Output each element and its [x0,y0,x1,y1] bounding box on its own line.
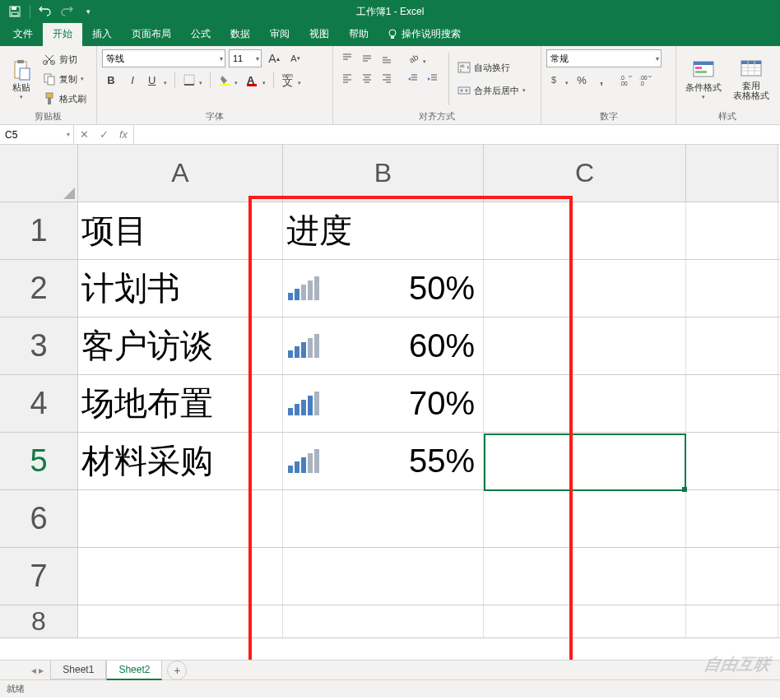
align-center-button[interactable] [358,69,376,87]
insert-function-button[interactable]: fx [114,128,133,141]
tab-home[interactable]: 开始 [43,22,82,46]
cell-C7[interactable] [484,548,686,605]
cancel-formula-button[interactable]: ✕ [74,128,94,141]
cell-C3[interactable] [484,318,686,374]
decrease-decimal-button[interactable]: .00.0 [637,71,655,89]
cell-D8[interactable] [686,605,778,637]
tab-help[interactable]: 帮助 [339,22,378,46]
wrap-text-button[interactable]: abc 自动换行 [456,58,527,76]
cell-B2[interactable]: 50% [283,260,484,317]
accounting-format-button[interactable]: $▾ [546,71,571,89]
row-header-1[interactable]: 1 [0,202,78,259]
increase-font-button[interactable]: A▴ [265,49,283,67]
row-header-5[interactable]: 5 [0,433,78,489]
enter-formula-button[interactable]: ✓ [94,128,114,141]
cell-C1[interactable] [484,202,686,259]
cell-B6[interactable] [283,490,484,547]
cell-C6[interactable] [484,490,686,547]
increase-indent-button[interactable] [424,69,442,87]
increase-decimal-button[interactable]: .0.00 [617,71,635,89]
decrease-font-button[interactable]: A▾ [286,49,304,67]
font-name-combo[interactable]: 等线▾ [102,49,225,67]
cell-A4[interactable]: 场地布置 [78,375,283,432]
cell-A8[interactable] [78,605,283,637]
cell-D2[interactable] [686,260,778,317]
font-color-button[interactable]: A ▾ [244,71,268,89]
align-top-button[interactable] [338,49,356,67]
cell-B3[interactable]: 60% [283,318,484,374]
cell-A6[interactable] [78,490,283,547]
cell-B1[interactable]: 进度 [283,202,484,259]
font-size-combo[interactable]: 11▾ [229,49,262,67]
cell-D7[interactable] [686,548,778,605]
cell-D3[interactable] [686,318,778,374]
column-header-A[interactable]: A [78,145,283,202]
select-all-button[interactable] [0,145,78,202]
italic-button[interactable]: I [123,71,142,89]
formula-input[interactable] [134,125,780,144]
cell-D5[interactable] [686,433,778,489]
cell-B5[interactable]: 55% [283,433,484,489]
conditional-format-button[interactable]: 条件格式 ▾ [681,49,726,109]
borders-button[interactable]: ▾ [180,71,205,89]
cell-B7[interactable] [283,548,484,605]
sheet-tab-2[interactable]: Sheet2 [106,661,162,680]
row-header-6[interactable]: 6 [0,490,78,547]
tab-page-layout[interactable]: 页面布局 [122,22,181,46]
tab-review[interactable]: 审阅 [260,22,299,46]
tab-view[interactable]: 视图 [299,22,339,46]
align-right-button[interactable] [378,69,396,87]
bold-button[interactable]: B [102,71,120,89]
column-header-C[interactable]: C [484,145,686,202]
cell-D6[interactable] [686,490,778,547]
qat-customize[interactable]: ▾ [80,3,96,20]
orientation-button[interactable]: ab▾ [404,49,429,67]
undo-button[interactable] [37,3,53,20]
cell-A1[interactable]: 项目 [78,202,283,259]
cell-B8[interactable] [283,605,484,637]
cell-B4[interactable]: 70% [283,375,484,432]
sheet-tab-1[interactable]: Sheet1 [50,661,106,679]
phonetic-button[interactable]: wén 文▾ [279,71,304,89]
merge-center-button[interactable]: 合并后居中 ▾ [456,81,527,100]
number-format-combo[interactable]: 常规▾ [546,49,662,67]
row-header-7[interactable]: 7 [0,548,78,605]
cell-A7[interactable] [78,548,283,605]
paste-button[interactable]: 粘贴 ▾ [5,49,38,109]
fill-color-button[interactable]: ▾ [216,71,240,89]
comma-button[interactable]: , [592,71,611,89]
tab-insert[interactable]: 插入 [82,22,122,46]
cell-D4[interactable] [686,375,778,432]
table-format-button[interactable]: 套用 表格格式 [729,49,773,109]
percent-button[interactable]: % [573,71,591,89]
cell-C2[interactable] [484,260,686,317]
cell-A2[interactable]: 计划书 [78,260,283,317]
align-bottom-button[interactable] [378,49,396,67]
sheet-nav[interactable]: ◂ ▸ [25,665,50,676]
tab-formulas[interactable]: 公式 [181,22,221,46]
row-header-3[interactable]: 3 [0,318,78,374]
new-sheet-button[interactable]: + [167,661,187,680]
save-button[interactable] [7,3,23,20]
underline-button[interactable]: U▾ [145,71,169,89]
copy-button[interactable]: 复制 ▾ [41,70,88,88]
row-header-4[interactable]: 4 [0,375,78,432]
redo-button[interactable] [58,3,75,20]
cell-C5[interactable] [484,433,686,489]
format-painter-button[interactable]: 格式刷 [41,90,88,108]
cell-D1[interactable] [686,202,778,259]
align-middle-button[interactable] [358,49,376,67]
column-header-D[interactable] [686,145,778,202]
decrease-indent-button[interactable] [404,69,422,87]
tab-data[interactable]: 数据 [221,22,260,46]
name-box[interactable]: C5 ▾ [0,125,74,144]
align-left-button[interactable] [338,69,356,87]
tab-file[interactable]: 文件 [3,22,43,46]
cut-button[interactable]: 剪切 [41,50,88,68]
column-header-B[interactable]: B [283,145,484,202]
tell-me-search[interactable]: 操作说明搜索 [378,22,469,46]
row-header-8[interactable]: 8 [0,605,78,637]
cell-A5[interactable]: 材料采购 [78,433,283,489]
cell-A3[interactable]: 客户访谈 [78,318,283,374]
row-header-2[interactable]: 2 [0,260,78,317]
